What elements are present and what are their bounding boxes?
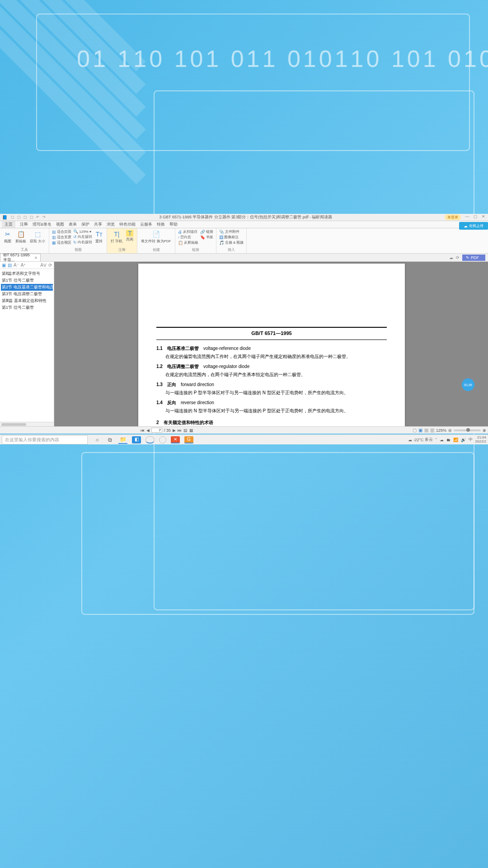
convert-pdf-button[interactable]: 📄将文件转 换为PDF	[140, 229, 172, 245]
taskbar-clock[interactable]: 21:04 2022/2	[475, 436, 486, 444]
first-page-button[interactable]: ⏮	[141, 428, 145, 433]
view-mode-1-icon[interactable]: ▢	[413, 428, 417, 433]
tab-features[interactable]: 特色功能	[119, 222, 136, 227]
app-icon-4[interactable]: ✕	[171, 436, 180, 443]
typewriter-button[interactable]: T|打 字机	[110, 229, 123, 245]
outline-settings-icon[interactable]: Aᐯ	[40, 263, 47, 268]
tab-help[interactable]: 帮助	[169, 222, 178, 227]
page-thumb-icon[interactable]: ▦	[189, 428, 193, 433]
window-title: 3 GBT 6571-1995 半导体器件 分立器件 第3部分：信号(包括开关)…	[47, 214, 445, 220]
undo-icon[interactable]: ↶	[36, 215, 41, 220]
share-icon[interactable]: ⟳	[456, 255, 460, 260]
last-page-button[interactable]: ⏭	[178, 428, 182, 433]
outline-item[interactable]: 第3节 电压调整二极管	[1, 291, 53, 297]
prev-page-button[interactable]: ◀	[146, 428, 150, 433]
floating-timer-badge[interactable]: 01:25	[462, 378, 474, 391]
outline-item-selected[interactable]: 第2节 电压基准二极管和电压调整二极	[1, 284, 53, 291]
collapse-all-icon[interactable]: ▤	[8, 263, 12, 268]
view-mode-4-icon[interactable]: ▥	[430, 428, 434, 433]
print-icon[interactable]: ▢	[30, 215, 34, 220]
tray-cloud-icon[interactable]: ☁	[440, 438, 444, 442]
page-viewport[interactable]: GB/T 6571—1995 1.1 电压基准二极管 voltage-refer…	[54, 262, 488, 426]
redo-icon[interactable]: ↷	[42, 215, 47, 220]
expand-all-icon[interactable]: ▣	[2, 263, 6, 268]
menubar: 主页 注释 填写&签名 视图 表单 保护 共享 浏览 特色功能 云服务 转换 帮…	[0, 221, 488, 228]
tab-close-icon[interactable]: ✕	[34, 256, 38, 260]
tab-share[interactable]: 共享	[94, 222, 102, 227]
tab-fill-sign[interactable]: 填写&签名	[33, 222, 52, 227]
app-icon-1[interactable]: ◧	[132, 436, 141, 443]
titlebar: 📘 ▢ ▢ ▢ ▢ ↶ ↷ 3 GBT 6571-1995 半导体器件 分立器件…	[0, 214, 488, 221]
link-button[interactable]: 🔗链接	[200, 229, 213, 234]
font-smaller-icon[interactable]: A⁻	[14, 263, 19, 268]
outline-item[interactable]: 第1节 信号二极管	[1, 304, 53, 311]
cortana-icon[interactable]: ○	[93, 436, 101, 444]
bookmark-button[interactable]: 🔖书签	[200, 235, 213, 240]
outline-refresh-icon[interactable]: ⟳	[48, 263, 52, 268]
minimize-button[interactable]: —	[464, 214, 471, 220]
tab-home[interactable]: 主页	[2, 221, 15, 228]
reflow-button[interactable]: Tт重排	[94, 229, 104, 245]
tab-view[interactable]: 视图	[56, 222, 64, 227]
from-clipboard-button[interactable]: 📋从剪贴板	[178, 240, 198, 245]
tray-ime-icon[interactable]: 中	[469, 437, 473, 443]
screenshot-button[interactable]: ✂截图	[3, 229, 13, 245]
close-button[interactable]: ✕	[480, 214, 487, 220]
attachment-button[interactable]: 📎文件附件	[219, 229, 244, 234]
image-annotation-button[interactable]: 🖼图像标注	[219, 235, 244, 240]
zoom-value: 125%	[436, 428, 446, 433]
tab-browse[interactable]: 浏览	[107, 222, 115, 227]
tray-volume-icon[interactable]: 🔊	[461, 438, 466, 442]
outline-item[interactable]: 第Ⅲ篇 基本额定值和特性	[1, 297, 53, 304]
pdf-badge[interactable]: ✎PDF	[462, 255, 485, 261]
tray-chevron-icon[interactable]: ˆ	[436, 438, 437, 442]
maximize-button[interactable]: ▢	[472, 214, 479, 220]
zoom-dropdown[interactable]: 🔍125% ▾	[73, 229, 92, 234]
outline-item[interactable]: 第1节 信号二极管	[1, 277, 53, 284]
tab-form[interactable]: 表单	[69, 222, 77, 227]
outline-item[interactable]: 第Ⅱ篇术语和文字符号	[1, 270, 53, 277]
highlight-button[interactable]: T高亮	[125, 229, 134, 243]
weather-widget[interactable]: ☁ -22°C 多云	[408, 437, 432, 443]
rotate-left-button[interactable]: ↺向左旋转	[73, 234, 92, 239]
font-larger-icon[interactable]: A⁺	[21, 263, 26, 268]
tab-protect[interactable]: 保护	[81, 222, 89, 227]
file-explorer-icon[interactable]: 📁	[118, 436, 127, 444]
fit-page-button[interactable]: ▤适合页面	[52, 229, 71, 234]
fit-width-button[interactable]: ▥适合宽度	[52, 235, 71, 240]
taskbar-search-input[interactable]: 在这里输入你要搜索的内容	[2, 435, 88, 444]
view-mode-2-icon[interactable]: ▣	[418, 428, 422, 433]
app-icon-5[interactable]: G	[184, 436, 193, 443]
task-view-icon[interactable]: ⧉	[106, 436, 114, 444]
login-badge[interactable]: 未登录	[445, 214, 461, 220]
from-scanner-button[interactable]: 🖨从扫描仪	[178, 229, 198, 234]
outline-scrollbar[interactable]	[0, 422, 54, 426]
tab-convert[interactable]: 转换	[157, 222, 165, 227]
tab-cloud[interactable]: 云服务	[140, 222, 152, 227]
fit-viewport-button[interactable]: ▦适合视区	[52, 240, 71, 245]
app-icon-3[interactable]	[159, 436, 166, 443]
clipboard-button[interactable]: 📋剪贴板	[14, 229, 27, 245]
page-number-input[interactable]	[151, 428, 162, 433]
zoom-out-button[interactable]: ⊖	[448, 428, 452, 433]
blank-page-button[interactable]: ▫空白页	[178, 235, 198, 240]
rotate-right-button[interactable]: ↻向右旋转	[73, 240, 92, 245]
zoom-slider[interactable]	[454, 429, 481, 431]
open-icon[interactable]: ▢	[17, 215, 22, 220]
cloud-upload-button[interactable]: ☁ 在线上传	[459, 222, 488, 230]
tray-battery-icon[interactable]: 🖿	[446, 438, 450, 442]
next-page-button[interactable]: ▶	[173, 428, 176, 433]
document-tab[interactable]: iBT 6571-1995 半导... ✕	[0, 254, 41, 261]
actual-size-button[interactable]: ⬚获取 大小	[29, 229, 46, 245]
app-icon-2[interactable]	[145, 436, 155, 443]
page-layout-icon[interactable]: ▤	[183, 428, 188, 433]
outline-tree: 第Ⅱ篇术语和文字符号 第1节 信号二极管 第2节 电压基准二极管和电压调整二极 …	[0, 269, 54, 312]
cloud-sync-icon[interactable]: ☁	[449, 255, 453, 260]
save-icon[interactable]: ▢	[23, 215, 28, 220]
tray-wifi-icon[interactable]: 📶	[453, 438, 458, 442]
audio-video-button[interactable]: 🎵音频 & 视频	[219, 240, 244, 245]
tab-annotate[interactable]: 注释	[20, 222, 28, 227]
view-mode-3-icon[interactable]: ▤	[424, 428, 428, 433]
zoom-in-button[interactable]: ⊕	[483, 428, 486, 433]
new-icon[interactable]: ▢	[11, 215, 15, 220]
